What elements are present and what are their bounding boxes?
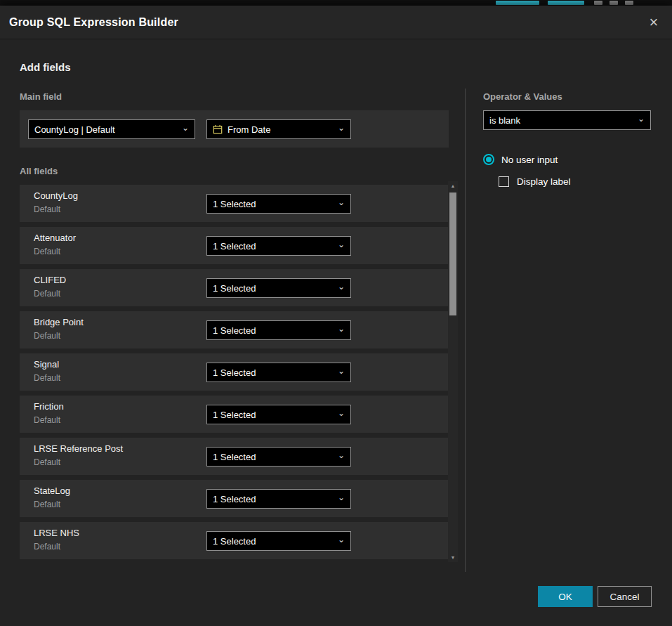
vertical-scrollbar[interactable]: ▲ ▼	[448, 181, 458, 562]
field-name: LRSE NHS	[34, 528, 79, 538]
checkbox-label: Display label	[517, 176, 571, 187]
dropdown-value: From Date	[228, 124, 334, 135]
field-name: Signal	[34, 359, 59, 370]
background-app-strip	[0, 0, 672, 6]
background-fragment	[594, 1, 602, 5]
dropdown-value: 1 Selected	[213, 199, 334, 209]
background-fragment	[548, 1, 584, 5]
field-name: Attenuator	[34, 233, 76, 243]
main-layer-dropdown[interactable]: CountyLog | Default ⌄	[28, 119, 195, 139]
field-selection-dropdown[interactable]: 1 Selected ⌄	[206, 489, 351, 509]
dropdown-value: 1 Selected	[213, 241, 334, 252]
ok-button[interactable]: OK	[538, 586, 593, 607]
dropdown-value: 1 Selected	[213, 325, 334, 336]
background-fragment	[610, 1, 618, 5]
chevron-down-icon: ⌄	[338, 410, 345, 417]
field-row: Attenuator Default 1 Selected ⌄	[20, 227, 449, 264]
field-selection-dropdown[interactable]: 1 Selected ⌄	[206, 194, 351, 214]
field-selection-dropdown[interactable]: 1 Selected ⌄	[206, 531, 351, 551]
main-date-field-dropdown[interactable]: From Date ⌄	[206, 119, 351, 139]
chevron-down-icon: ⌄	[338, 325, 345, 332]
field-subtitle: Default	[34, 247, 60, 256]
dialog-group-sql-expression-builder: Group SQL Expression Builder × Add field…	[0, 6, 672, 626]
chevron-down-icon: ⌄	[638, 115, 645, 122]
field-selection-dropdown[interactable]: 1 Selected ⌄	[206, 363, 351, 382]
field-subtitle: Default	[34, 542, 60, 552]
field-selection-dropdown[interactable]: 1 Selected ⌄	[206, 447, 351, 467]
field-selection-dropdown[interactable]: 1 Selected ⌄	[206, 278, 351, 298]
dropdown-value: 1 Selected	[213, 410, 334, 420]
field-row: StateLog Default 1 Selected ⌄	[20, 480, 449, 517]
operator-dropdown[interactable]: is blank ⌄	[483, 110, 651, 130]
chevron-down-icon: ⌄	[338, 199, 345, 206]
field-row: Friction Default 1 Selected ⌄	[20, 396, 449, 433]
calendar-icon	[213, 124, 223, 134]
scrollbar-thumb[interactable]	[449, 193, 456, 315]
field-subtitle: Default	[34, 331, 60, 341]
field-name: Bridge Point	[34, 317, 84, 327]
all-fields-list: CountyLog Default 1 Selected ⌄ Attenuato…	[20, 185, 449, 564]
checkbox-icon	[499, 176, 509, 187]
field-row: LRSE NHS Default 1 Selected ⌄	[20, 522, 449, 559]
chevron-down-icon: ⌄	[338, 283, 345, 290]
screen: Group SQL Expression Builder × Add field…	[0, 0, 672, 626]
field-row: LRSE Reference Post Default 1 Selected ⌄	[20, 438, 449, 475]
chevron-down-icon: ⌄	[338, 124, 345, 131]
dialog-header: Group SQL Expression Builder ×	[0, 6, 672, 39]
scroll-up-icon[interactable]: ▲	[448, 181, 458, 190]
dropdown-value: 1 Selected	[213, 452, 334, 462]
field-selection-dropdown[interactable]: 1 Selected ⌄	[206, 320, 351, 340]
field-row: Bridge Point Default 1 Selected ⌄	[20, 311, 449, 348]
field-name: LRSE Reference Post	[34, 443, 123, 454]
chevron-down-icon: ⌄	[338, 536, 345, 543]
field-row: CLIFED Default 1 Selected ⌄	[20, 269, 449, 306]
field-name: CountyLog	[34, 190, 78, 201]
chevron-down-icon: ⌄	[338, 367, 345, 374]
dropdown-value: 1 Selected	[213, 494, 334, 504]
main-field-panel: CountyLog | Default ⌄ From Date ⌄	[20, 110, 449, 148]
chevron-down-icon: ⌄	[182, 124, 189, 131]
field-subtitle: Default	[34, 204, 60, 214]
field-subtitle: Default	[34, 415, 60, 425]
dropdown-value: CountyLog | Default	[34, 124, 178, 135]
dropdown-value: 1 Selected	[213, 536, 334, 547]
all-fields-label: All fields	[20, 166, 58, 176]
radio-label: No user input	[501, 155, 558, 165]
chevron-down-icon: ⌄	[338, 241, 345, 248]
scroll-down-icon[interactable]: ▼	[448, 553, 458, 562]
vertical-divider	[465, 89, 466, 572]
dialog-title: Group SQL Expression Builder	[9, 16, 178, 29]
radio-selected-icon	[483, 154, 494, 165]
main-field-label: Main field	[20, 91, 62, 102]
dropdown-value: 1 Selected	[213, 283, 334, 294]
field-subtitle: Default	[34, 500, 60, 509]
dropdown-value: 1 Selected	[213, 367, 334, 378]
field-selection-dropdown[interactable]: 1 Selected ⌄	[206, 236, 351, 256]
add-fields-heading: Add fields	[20, 61, 71, 73]
field-subtitle: Default	[34, 457, 60, 467]
chevron-down-icon: ⌄	[338, 452, 345, 459]
close-icon: ×	[650, 13, 659, 31]
field-subtitle: Default	[34, 373, 60, 383]
field-name: StateLog	[34, 485, 70, 496]
field-name: CLIFED	[34, 275, 66, 285]
field-selection-dropdown[interactable]: 1 Selected ⌄	[206, 405, 351, 424]
field-row: CountyLog Default 1 Selected ⌄	[20, 185, 449, 222]
cancel-button[interactable]: Cancel	[598, 586, 652, 607]
operator-values-label: Operator & Values	[483, 91, 562, 102]
field-subtitle: Default	[34, 289, 60, 299]
background-fragment	[496, 1, 539, 5]
field-row: Signal Default 1 Selected ⌄	[20, 353, 449, 391]
display-label-checkbox[interactable]: Display label	[499, 176, 571, 187]
background-fragment	[625, 1, 633, 5]
dropdown-value: is blank	[489, 115, 633, 126]
no-user-input-radio[interactable]: No user input	[483, 154, 558, 165]
field-name: Friction	[34, 401, 64, 412]
close-button[interactable]: ×	[644, 13, 664, 32]
chevron-down-icon: ⌄	[338, 494, 345, 501]
